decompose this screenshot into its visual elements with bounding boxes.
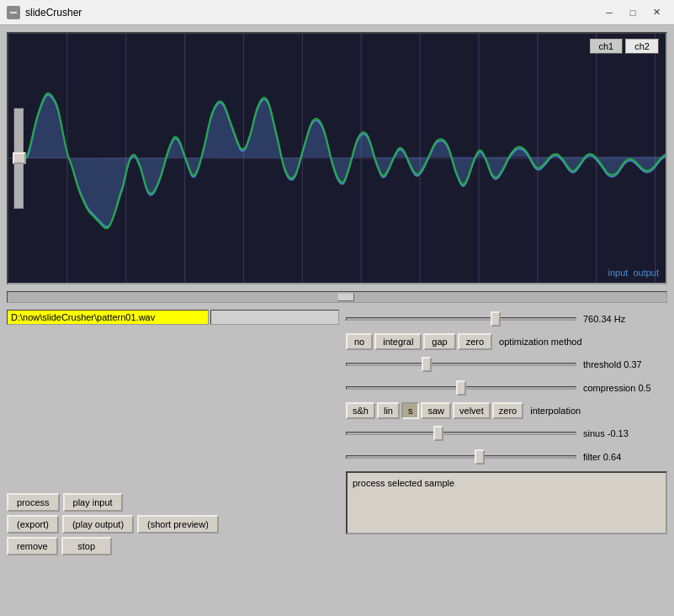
- vertical-slider-thumb[interactable]: [13, 152, 26, 164]
- sinus-slider-thumb[interactable]: [433, 426, 443, 441]
- channel-buttons: ch1 ch2: [590, 39, 660, 54]
- file-path-row: D:\now\slideCrusher\pattern01.wav: [7, 310, 339, 325]
- interp-zero-button[interactable]: zero: [492, 402, 523, 419]
- interp-sh-button[interactable]: s&h: [346, 402, 375, 419]
- main-content: ch1 ch2 input output D:\now\slideCrusher…: [0, 25, 674, 616]
- input-label[interactable]: input: [608, 268, 629, 278]
- sinus-label: sinus -0.13: [583, 428, 667, 438]
- opt-integral-button[interactable]: integral: [374, 333, 422, 350]
- waveform-display: ch1 ch2 input output: [7, 32, 667, 284]
- freq-slider-track[interactable]: [346, 317, 576, 321]
- file-path-empty-area: [210, 310, 339, 325]
- interpolation-label: interpolation: [530, 406, 581, 416]
- short-preview-button[interactable]: (short preview): [137, 515, 219, 534]
- process-text-area: process selected sample: [346, 471, 667, 534]
- left-controls: [13, 108, 24, 209]
- interp-velvet-button[interactable]: velvet: [453, 402, 491, 419]
- interp-lin-button[interactable]: lin: [377, 402, 400, 419]
- btn-row-3: remove stop: [7, 537, 339, 555]
- right-panel: 760.34 Hz no integral gap zero optimizat…: [346, 310, 667, 559]
- scrollbar-thumb[interactable]: [337, 293, 354, 301]
- app-icon: [7, 6, 20, 19]
- filter-label: filter 0.64: [583, 452, 667, 462]
- bottom-section: D:\now\slideCrusher\pattern01.wav proces…: [7, 310, 667, 559]
- filter-slider-track[interactable]: [346, 455, 576, 459]
- ch2-button[interactable]: ch2: [625, 39, 659, 54]
- opt-gap-button[interactable]: gap: [423, 333, 455, 350]
- file-path-field[interactable]: D:\now\slideCrusher\pattern01.wav: [7, 310, 209, 325]
- compression-slider-track[interactable]: [346, 386, 576, 390]
- interpolation-row: s&h lin s saw velvet zero interpolation: [346, 402, 667, 419]
- interp-saw-button[interactable]: saw: [421, 402, 451, 419]
- opt-method-label: optimization method: [499, 337, 581, 347]
- minimize-button[interactable]: ─: [598, 4, 620, 21]
- threshold-control-row: threshold 0.37: [346, 355, 667, 374]
- window-title: slideCrusher: [25, 7, 597, 19]
- process-button[interactable]: process: [7, 493, 60, 512]
- threshold-slider-thumb[interactable]: [422, 357, 432, 372]
- filter-control-row: filter 0.64: [346, 448, 667, 466]
- threshold-label: threshold 0.37: [583, 359, 667, 369]
- vertical-slider[interactable]: [13, 108, 24, 209]
- freq-label: 760.34 Hz: [583, 314, 667, 324]
- ch1-button[interactable]: ch1: [590, 39, 624, 54]
- compression-control-row: compression 0.5: [346, 379, 667, 397]
- opt-zero-button[interactable]: zero: [458, 333, 492, 350]
- waveform-svg: [8, 34, 666, 283]
- freq-control-row: 760.34 Hz: [346, 310, 667, 328]
- opt-no-button[interactable]: no: [346, 333, 373, 350]
- sinus-control-row: sinus -0.13: [346, 424, 667, 443]
- interp-s-button[interactable]: s: [401, 402, 420, 419]
- play-input-button[interactable]: play input: [63, 493, 123, 512]
- export-button[interactable]: (export): [7, 515, 59, 534]
- output-label[interactable]: output: [633, 268, 659, 278]
- io-labels: input output: [608, 268, 659, 278]
- play-output-button[interactable]: (play output): [62, 515, 134, 534]
- left-panel: D:\now\slideCrusher\pattern01.wav proces…: [7, 310, 339, 559]
- process-text: process selected sample: [353, 478, 454, 488]
- close-button[interactable]: ✕: [645, 4, 667, 21]
- stop-button[interactable]: stop: [61, 537, 112, 555]
- title-bar: slideCrusher ─ □ ✕: [0, 0, 674, 25]
- maximize-button[interactable]: □: [622, 4, 644, 21]
- waveform-scrollbar[interactable]: [7, 291, 667, 303]
- btn-row-1: process play input: [7, 493, 339, 512]
- compression-label: compression 0.5: [583, 383, 667, 393]
- compression-slider-thumb[interactable]: [456, 380, 466, 396]
- remove-button[interactable]: remove: [7, 537, 58, 555]
- threshold-slider-track[interactable]: [346, 363, 576, 366]
- btn-row-2: (export) (play output) (short preview): [7, 515, 339, 534]
- sinus-slider-track[interactable]: [346, 432, 576, 435]
- optimization-row: no integral gap zero optimization method: [346, 333, 667, 350]
- freq-slider-thumb[interactable]: [491, 311, 501, 327]
- action-buttons: process play input (export) (play output…: [7, 493, 339, 555]
- filter-slider-thumb[interactable]: [475, 449, 485, 465]
